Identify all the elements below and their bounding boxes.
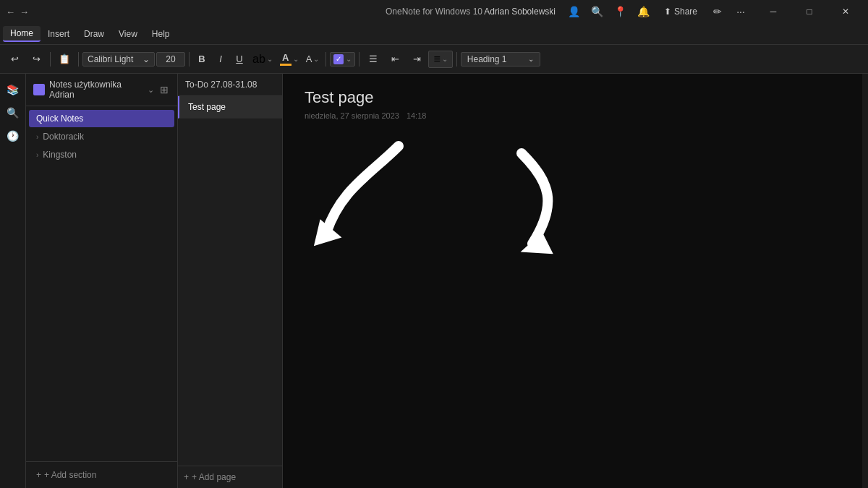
menu-insert[interactable]: Insert bbox=[41, 27, 77, 41]
page-date: niedziela, 27 sierpnia 2023 bbox=[305, 111, 399, 120]
font-size-input[interactable]: 20 bbox=[156, 52, 185, 67]
section-name-label: To-Do 27.08-31.08 bbox=[185, 80, 257, 90]
pages-panel: To-Do 27.08-31.08 Test page + + Add page bbox=[178, 74, 283, 488]
add-section-label: + Add section bbox=[44, 470, 96, 480]
underline-button[interactable]: U bbox=[231, 51, 248, 68]
notebook-name: Notes użytkownika Adrian bbox=[49, 80, 143, 100]
menubar: Home Insert Draw View Help bbox=[0, 23, 868, 45]
add-page-button[interactable]: + + Add page bbox=[178, 466, 282, 488]
undo-button[interactable]: ↩ bbox=[4, 49, 25, 69]
add-section-button[interactable]: + + Add section bbox=[32, 468, 101, 482]
sidebar-item-quick-notes[interactable]: Quick Notes bbox=[29, 110, 174, 127]
notebook-color-icon bbox=[33, 84, 45, 95]
location-icon[interactable]: 📍 bbox=[610, 1, 631, 22]
notebook-header[interactable]: Notes użytkownika Adrian ⌄ ⊞ bbox=[26, 74, 177, 106]
highlight-icon: ab bbox=[252, 53, 265, 66]
indent-dec-button[interactable]: ⇤ bbox=[385, 49, 405, 69]
bell-icon[interactable]: 🔔 bbox=[634, 1, 654, 22]
sidebar-footer: + + Add section bbox=[26, 461, 177, 488]
edit-icon[interactable]: ✏ bbox=[707, 1, 728, 22]
clear-format-icon: A bbox=[306, 53, 312, 64]
menu-view[interactable]: View bbox=[111, 27, 145, 41]
new-section-icon[interactable]: ⊞ bbox=[158, 82, 170, 97]
user-name: Adrian Sobolewski bbox=[484, 7, 556, 17]
align-dropdown[interactable]: ≡ ⌄ bbox=[428, 51, 452, 68]
share-button[interactable]: ⬆ Share bbox=[657, 5, 705, 18]
add-page-icon: + bbox=[184, 472, 189, 482]
maximize-button[interactable]: □ bbox=[793, 0, 826, 23]
highlight-button[interactable]: ab ⌄ bbox=[250, 51, 276, 67]
svg-marker-0 bbox=[310, 216, 342, 246]
svg-marker-1 bbox=[521, 229, 557, 257]
test-page-label: Test page bbox=[188, 102, 226, 112]
list-button[interactable]: ☰ bbox=[363, 49, 383, 69]
minimize-button[interactable]: ─ bbox=[757, 0, 790, 23]
page-meta: niedziela, 27 sierpnia 2023 14:18 bbox=[305, 111, 841, 120]
sections-list: Quick Notes › Doktoracik › Kingston bbox=[26, 106, 177, 167]
back-button[interactable]: ← bbox=[6, 7, 15, 17]
share-label: Share bbox=[674, 7, 697, 17]
quick-notes-label: Quick Notes bbox=[36, 114, 83, 124]
font-name-label: Calibri Light bbox=[88, 54, 133, 64]
separator-2 bbox=[78, 52, 79, 67]
bold-button[interactable]: B bbox=[193, 51, 210, 68]
doktoracik-arrow-icon: › bbox=[36, 133, 38, 141]
notebook-chevron-icon[interactable]: ⌄ bbox=[148, 85, 154, 95]
checkbox-icon: ✓ bbox=[333, 54, 344, 64]
forward-button[interactable]: → bbox=[20, 7, 29, 17]
separator-5 bbox=[359, 52, 359, 67]
account-icon[interactable]: 👤 bbox=[564, 1, 584, 22]
italic-button[interactable]: I bbox=[212, 51, 229, 68]
kingston-arrow-icon: › bbox=[36, 151, 38, 159]
search-rail-icon[interactable]: 🔍 bbox=[3, 103, 23, 123]
checkbox-button[interactable]: ✓ ⌄ bbox=[330, 52, 355, 67]
doktoracik-label: Doktoracik bbox=[43, 132, 84, 142]
add-page-label: + Add page bbox=[192, 472, 236, 482]
menu-help[interactable]: Help bbox=[145, 27, 177, 41]
pages-section-header[interactable]: To-Do 27.08-31.08 bbox=[178, 74, 282, 96]
font-color-chevron-icon: ⌄ bbox=[293, 55, 299, 63]
align-icon: ≡ bbox=[433, 53, 440, 66]
font-size-label: 20 bbox=[166, 54, 175, 64]
separator-1 bbox=[50, 52, 51, 67]
more-options-icon[interactable]: ··· bbox=[731, 1, 751, 22]
separator-3 bbox=[189, 52, 190, 67]
highlight-chevron-icon: ⌄ bbox=[267, 55, 273, 63]
heading-style-dropdown[interactable]: Heading 1 ⌄ bbox=[461, 52, 540, 67]
font-color-button[interactable]: A ⌄ bbox=[277, 51, 302, 67]
scrollbar[interactable] bbox=[862, 74, 868, 488]
add-section-icon: + bbox=[36, 470, 41, 480]
separator-6 bbox=[456, 52, 457, 67]
titlebar: ← → OneNote for Windows 10 Adrian Sobole… bbox=[0, 0, 868, 23]
page-time: 14:18 bbox=[407, 111, 427, 120]
font-color-bar bbox=[280, 64, 292, 66]
clear-format-button[interactable]: A ⌄ bbox=[303, 52, 323, 66]
titlebar-controls: Adrian Sobolewski 👤 🔍 📍 🔔 ⬆ Share ✏ ··· … bbox=[484, 0, 862, 23]
indent-inc-button[interactable]: ⇥ bbox=[407, 49, 427, 69]
content-area[interactable]: Test page niedziela, 27 sierpnia 2023 14… bbox=[283, 74, 862, 488]
sidebar-item-doktoracik[interactable]: › Doktoracik bbox=[29, 128, 174, 145]
redo-button[interactable]: ↪ bbox=[26, 49, 46, 69]
sidebar: Notes użytkownika Adrian ⌄ ⊞ Quick Notes… bbox=[26, 74, 178, 488]
font-name-dropdown[interactable]: Calibri Light ⌄ bbox=[82, 52, 155, 67]
search-icon[interactable]: 🔍 bbox=[587, 1, 608, 22]
annotation-layer bbox=[283, 74, 862, 488]
font-name-chevron-icon: ⌄ bbox=[142, 54, 150, 64]
clear-chevron-icon: ⌄ bbox=[313, 55, 319, 63]
notebooks-icon[interactable]: 📚 bbox=[3, 80, 23, 100]
kingston-label: Kingston bbox=[43, 150, 77, 160]
heading-chevron-icon: ⌄ bbox=[528, 55, 534, 63]
clipboard-button[interactable]: 📋 bbox=[54, 49, 75, 69]
sidebar-item-kingston[interactable]: › Kingston bbox=[29, 146, 174, 163]
app-window: ← → OneNote for Windows 10 Adrian Sobole… bbox=[0, 0, 868, 488]
window-title: OneNote for Windows 10 bbox=[386, 7, 482, 17]
icon-rail: 📚 🔍 🕐 bbox=[0, 74, 26, 488]
toolbar: ↩ ↪ 📋 Calibri Light ⌄ 20 B I U ab ⌄ A ⌄ … bbox=[0, 45, 868, 74]
arrow-annotations bbox=[283, 132, 717, 276]
close-button[interactable]: ✕ bbox=[829, 0, 862, 23]
menu-home[interactable]: Home bbox=[3, 26, 41, 42]
recent-rail-icon[interactable]: 🕐 bbox=[3, 126, 23, 146]
page-item-test-page[interactable]: Test page bbox=[178, 96, 282, 119]
menu-draw[interactable]: Draw bbox=[77, 27, 111, 41]
titlebar-actions: 👤 🔍 📍 🔔 ⬆ Share ✏ ··· bbox=[564, 1, 751, 22]
